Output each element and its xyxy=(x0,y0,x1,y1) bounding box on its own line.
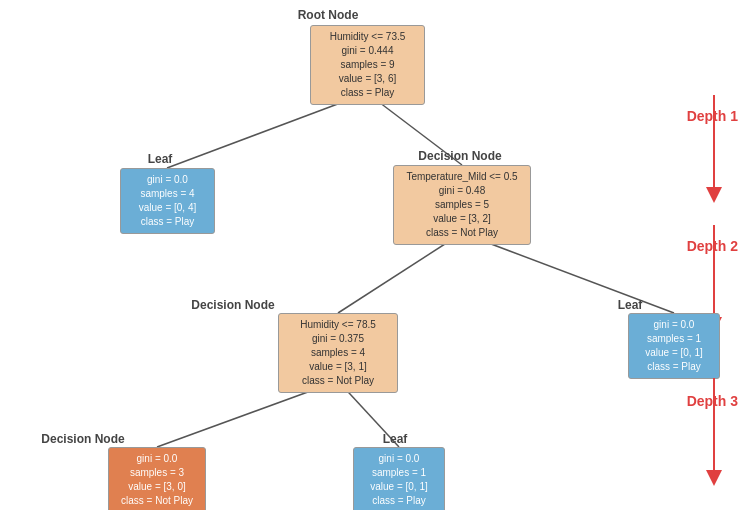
decision1-node: Temperature_Mild <= 0.5gini = 0.48sample… xyxy=(393,165,531,245)
leaf2-node: gini = 0.0samples = 1value = [0, 1]class… xyxy=(628,313,720,379)
tree-container: Root Node Humidity <= 73.5gini = 0.444sa… xyxy=(0,0,750,510)
leaf3-node: gini = 0.0samples = 1value = [0, 1]class… xyxy=(353,447,445,510)
decision3-label: Decision Node xyxy=(18,432,148,446)
leaf1-node: gini = 0.0samples = 4value = [0, 4]class… xyxy=(120,168,215,234)
leaf1-label: Leaf xyxy=(130,152,190,166)
decision2-node: Humidity <= 78.5gini = 0.375samples = 4v… xyxy=(278,313,398,393)
leaf3-label: Leaf xyxy=(365,432,425,446)
decision1-label: Decision Node xyxy=(390,149,530,163)
svg-line-2 xyxy=(338,233,462,313)
root-node: Humidity <= 73.5gini = 0.444samples = 9v… xyxy=(310,25,425,105)
depth1-arrow xyxy=(706,95,722,205)
root-label: Root Node xyxy=(288,8,368,22)
decision3-node: gini = 0.0samples = 3value = [3, 0]class… xyxy=(108,447,206,510)
decision2-label: Decision Node xyxy=(168,298,298,312)
leaf2-label: Leaf xyxy=(600,298,660,312)
depth3-arrow xyxy=(706,378,722,488)
